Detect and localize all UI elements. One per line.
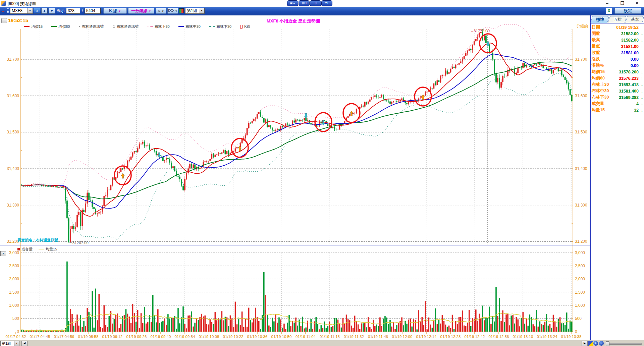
legend-label: 均價15 xyxy=(31,24,43,29)
legend-label: 成交量 xyxy=(21,247,33,252)
legend-item: 布林中30 xyxy=(178,24,201,29)
chevron-down-icon: ▼ xyxy=(161,10,164,13)
legend-label: 布林上30 xyxy=(155,24,170,29)
square-marker-icon xyxy=(17,248,20,250)
dotline-marker-icon xyxy=(148,26,153,27)
title-bar: [6000] 技術線圖 ▣→▤∷−▯⊦?+ – ❒ ✕ xyxy=(0,0,644,7)
chevron-down-icon[interactable]: ▼ xyxy=(27,8,33,13)
restore-button[interactable]: ❒ xyxy=(615,0,629,7)
ktype-button[interactable]: K 線 ▼ xyxy=(103,8,127,14)
svg-text:01/19 12:14: 01/19 12:14 xyxy=(416,335,437,339)
pin-window-button[interactable]: −▯⊦ xyxy=(310,0,321,6)
chevron-down-icon[interactable]: ▼ xyxy=(14,341,19,346)
chevron-down-icon[interactable]: ▼ xyxy=(199,8,204,13)
svg-text:01/19 08:58: 01/19 08:58 xyxy=(78,335,99,339)
eraser-button[interactable]: ⌦ ▼ xyxy=(167,8,178,14)
line-marker-icon xyxy=(24,26,30,27)
window-switch-button[interactable]: ▣→ xyxy=(287,0,298,6)
quote-row: 均價6031576.233↑ xyxy=(591,75,644,81)
search-button[interactable]: ⌕ xyxy=(34,8,40,14)
svg-text:01/19 09:40: 01/19 09:40 xyxy=(151,335,171,339)
scroll-up-button[interactable]: ▲ xyxy=(41,8,48,14)
svg-text:1,000: 1,000 xyxy=(9,303,19,308)
quote-value: 31576.233 xyxy=(612,76,639,81)
svg-text:01/19 12:56: 01/19 12:56 xyxy=(489,335,509,339)
down-arrow-icon: ↓ xyxy=(639,95,643,100)
legend-label: 布林通道訊號 xyxy=(117,24,139,29)
group-value: 第1組 xyxy=(187,8,197,13)
chevron-down-icon: ▼ xyxy=(118,10,121,13)
grip-handle[interactable] xyxy=(7,8,9,13)
svg-text:500: 500 xyxy=(12,316,19,321)
draw-shape-button[interactable]: ○ ▼ xyxy=(156,8,166,14)
svg-text:01/19 10:22: 01/19 10:22 xyxy=(223,335,244,339)
legend-item: 均價15 xyxy=(24,24,43,29)
svg-text:01/17 04:45: 01/17 04:45 xyxy=(30,335,50,339)
legend-item: 布林下30 xyxy=(209,24,231,29)
help-button[interactable]: ?+ xyxy=(321,0,332,6)
snapshot-icon[interactable] xyxy=(588,341,593,346)
slash-label: / xyxy=(82,8,83,14)
legend-item: 布林通道訊號 xyxy=(113,24,139,29)
window-layout-button[interactable]: ▤∷ xyxy=(299,0,310,6)
tab-1[interactable]: 五檔 xyxy=(608,16,627,23)
svg-text:01/19 13:38: 01/19 13:38 xyxy=(561,335,582,339)
svg-text:500: 500 xyxy=(575,316,582,321)
chart-canvas[interactable]: 31,70031,70031,60031,60031,50031,50031,4… xyxy=(0,15,590,340)
symbol-combo[interactable]: MXF8 ▼ xyxy=(10,8,33,14)
chevron-down-icon: ▼ xyxy=(149,10,151,13)
minimize-button[interactable]: – xyxy=(600,0,614,7)
svg-text:01/19 10:50: 01/19 10:50 xyxy=(271,335,292,339)
tab-0[interactable]: 標準 xyxy=(590,16,609,23)
line-marker-icon xyxy=(39,249,44,249)
legend-label: 均價60 xyxy=(58,24,70,29)
legend-item: 均量15 xyxy=(39,247,57,252)
quote-value: 0.00 xyxy=(612,57,639,62)
quote-label: 漲跌% xyxy=(592,63,612,68)
bars-total-input[interactable]: 5404 xyxy=(85,8,101,14)
up-arrow-icon: ↑ xyxy=(639,76,643,81)
scroll-down-button[interactable]: ▼ xyxy=(49,8,55,14)
tab-2[interactable]: 基本 xyxy=(625,16,644,23)
close-button[interactable]: ✕ xyxy=(630,0,644,7)
bars-shown-input[interactable]: 328 xyxy=(66,8,80,14)
drag-arrow-icon: → xyxy=(1,8,5,14)
dot-marker-icon xyxy=(79,26,80,27)
legend-item: 成交量 xyxy=(17,247,33,252)
settings-button[interactable]: 設定 xyxy=(614,8,641,14)
svg-text:2,000: 2,000 xyxy=(575,277,585,281)
svg-text:31,700: 31,700 xyxy=(575,57,587,62)
zoom-slider-handle[interactable] xyxy=(606,341,609,346)
excel-export-icon[interactable]: X xyxy=(606,8,612,14)
zoom-in-button[interactable]: + xyxy=(593,341,598,346)
quote-row: 最高31582.00↓ xyxy=(591,37,644,43)
line-marker-icon xyxy=(51,26,57,27)
toolbar: → MXF8 ▼ ⌕ ▲ ▼ 顯示 328 / 5404 K 線 ▼ 一分鐘線 … xyxy=(0,7,644,16)
main-chart-legend: 均價15均價60布林通道訊號布林通道訊號布林上30布林中30布林下30K線 xyxy=(24,24,251,29)
svg-text:31,300: 31,300 xyxy=(7,203,19,208)
quote-row: 均價1531578.200↓ xyxy=(591,69,644,75)
interval-button[interactable]: 一分鐘線 ▼ xyxy=(128,8,154,14)
svg-text:0: 0 xyxy=(17,329,19,334)
legend-label: 布林中30 xyxy=(185,24,201,29)
svg-text:3,000: 3,000 xyxy=(575,250,585,255)
group-combo-bottom[interactable]: 第1組 ▼ xyxy=(0,341,19,346)
dotline-marker-icon xyxy=(209,26,215,27)
zoom-slider-track[interactable] xyxy=(606,343,642,345)
zoom-out-button[interactable]: − xyxy=(599,341,604,346)
scroll-right-button[interactable]: ▶ xyxy=(582,341,588,346)
quote-label: 日期 xyxy=(592,24,612,30)
legend-item: 布林通道訊號 xyxy=(79,24,104,29)
color-settings-button[interactable] xyxy=(179,8,184,13)
group-combo[interactable]: 第1組 ▼ xyxy=(185,8,205,14)
volume-pane-dropdown-button[interactable]: ▼ xyxy=(0,251,6,256)
scroll-left-button[interactable]: ◀ xyxy=(21,341,28,346)
chevron-down-icon: ▼ xyxy=(175,10,177,13)
quote-value: 31581.00 xyxy=(612,44,639,49)
group-value: 第1組 xyxy=(2,341,11,345)
svg-text:31,400: 31,400 xyxy=(575,166,587,171)
svg-text:01/19 09:12: 01/19 09:12 xyxy=(102,335,123,339)
quote-panel: 標準五檔基本 日期01/19 19:52開盤31582.00↓最高31582.0… xyxy=(591,15,644,340)
quote-row: 日期01/19 19:52 xyxy=(591,24,644,31)
quote-label: 開盤 xyxy=(592,31,612,37)
